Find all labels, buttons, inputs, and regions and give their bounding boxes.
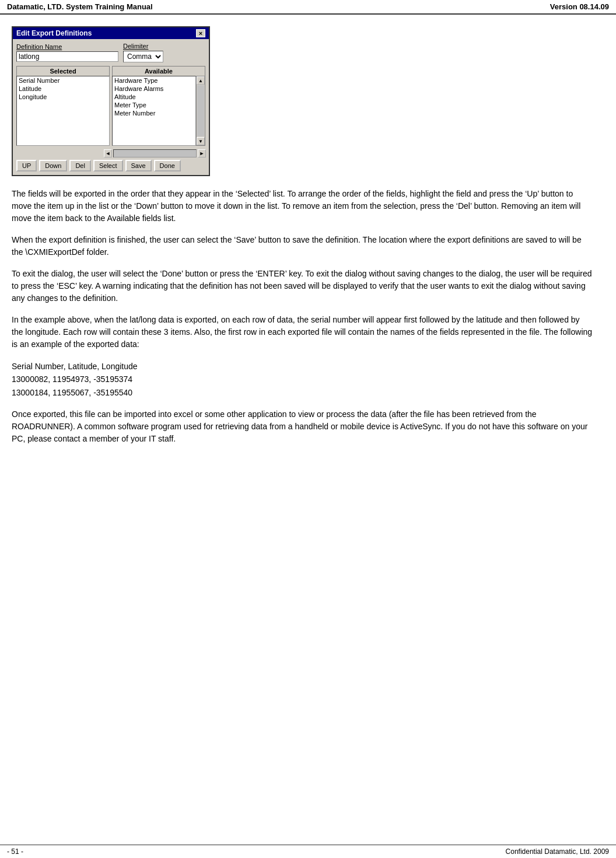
delimiter-select[interactable]: Comma Tab bbox=[123, 51, 163, 62]
down-button[interactable]: Down bbox=[39, 160, 67, 171]
vertical-scrollbar[interactable]: ▲ ▼ bbox=[196, 76, 205, 146]
dialog-container: Edit Export Definitions × Definition Nam… bbox=[12, 26, 593, 176]
selected-list-section: Selected Serial Number Latitude Longitud… bbox=[16, 66, 110, 146]
header-version: Version 08.14.09 bbox=[550, 2, 609, 11]
definition-name-input[interactable] bbox=[16, 51, 118, 62]
list-item[interactable]: Serial Number bbox=[17, 76, 109, 85]
delimiter-group: Delimiter Comma Tab bbox=[123, 43, 205, 62]
lists-row: Selected Serial Number Latitude Longitud… bbox=[16, 66, 205, 146]
list-item[interactable]: Altitude bbox=[113, 93, 195, 101]
paragraph-2: When the export definition is finished, … bbox=[12, 234, 593, 258]
paragraph-4: In the example above, when the lat/long … bbox=[12, 314, 593, 351]
data-example: Serial Number, Latitude, Longitude 13000… bbox=[12, 360, 593, 399]
scroll-down-btn[interactable]: ▼ bbox=[197, 137, 205, 145]
definition-row: Definition Name Delimiter Comma Tab bbox=[16, 43, 205, 62]
scroll-left-btn[interactable]: ◄ bbox=[104, 149, 112, 157]
paragraph-3: To exit the dialog, the user will select… bbox=[12, 268, 593, 304]
select-button[interactable]: Select bbox=[93, 160, 123, 171]
example-line-1: Serial Number, Latitude, Longitude bbox=[12, 360, 593, 373]
edit-export-dialog: Edit Export Definitions × Definition Nam… bbox=[12, 26, 210, 176]
del-button[interactable]: Del bbox=[69, 160, 91, 171]
available-header: Available bbox=[112, 66, 205, 76]
up-button[interactable]: UP bbox=[16, 160, 37, 171]
dialog-titlebar: Edit Export Definitions × bbox=[13, 27, 209, 39]
paragraph-5: Once exported, this file can be imported… bbox=[12, 408, 593, 445]
footer-confidential: Confidential Datamatic, Ltd. 2009 bbox=[506, 848, 609, 856]
list-item[interactable]: Hardware Type bbox=[113, 76, 195, 85]
horiz-scroll-row: ◄ ► bbox=[104, 149, 206, 157]
list-item[interactable]: Latitude bbox=[17, 85, 109, 93]
dialog-body: Definition Name Delimiter Comma Tab bbox=[13, 39, 209, 175]
selected-header: Selected bbox=[16, 66, 110, 76]
scroll-right-btn[interactable]: ► bbox=[198, 149, 206, 157]
scroll-up-btn[interactable]: ▲ bbox=[197, 76, 205, 85]
save-button[interactable]: Save bbox=[125, 160, 152, 171]
definition-name-group: Definition Name bbox=[16, 43, 118, 62]
delimiter-label: Delimiter bbox=[123, 43, 205, 50]
dialog-buttons-row: UP Down Del Select Save Done bbox=[16, 160, 205, 171]
example-line-3: 13000184, 11955067, -35195540 bbox=[12, 386, 593, 399]
available-listbox[interactable]: Hardware Type Hardware Alarms Altitude M… bbox=[112, 76, 196, 146]
available-list-section: Available Hardware Type Hardware Alarms … bbox=[112, 66, 205, 146]
horiz-scroll-track[interactable] bbox=[113, 149, 197, 157]
footer-page: - 51 - bbox=[7, 848, 23, 856]
list-item[interactable]: Hardware Alarms bbox=[113, 85, 195, 93]
paragraph-1: The fields will be exported in the order… bbox=[12, 188, 593, 225]
header-title: Datamatic, LTD. System Training Manual bbox=[7, 2, 153, 11]
selected-listbox[interactable]: Serial Number Latitude Longitude bbox=[16, 76, 110, 146]
dialog-close-button[interactable]: × bbox=[196, 29, 205, 37]
page-header: Datamatic, LTD. System Training Manual V… bbox=[0, 0, 616, 15]
list-item[interactable]: Meter Type bbox=[113, 101, 195, 109]
body-text-2: Once exported, this file can be imported… bbox=[12, 408, 593, 445]
done-button[interactable]: Done bbox=[154, 160, 181, 171]
example-line-2: 13000082, 11954973, -35195374 bbox=[12, 373, 593, 386]
dialog-title: Edit Export Definitions bbox=[16, 29, 92, 37]
main-content: Edit Export Definitions × Definition Nam… bbox=[0, 15, 616, 489]
list-item[interactable]: Longitude bbox=[17, 93, 109, 101]
body-text: The fields will be exported in the order… bbox=[12, 188, 593, 351]
page-footer: - 51 - Confidential Datamatic, Ltd. 2009 bbox=[0, 845, 616, 858]
definition-name-label: Definition Name bbox=[16, 43, 118, 50]
list-item[interactable]: Meter Number bbox=[113, 109, 195, 117]
